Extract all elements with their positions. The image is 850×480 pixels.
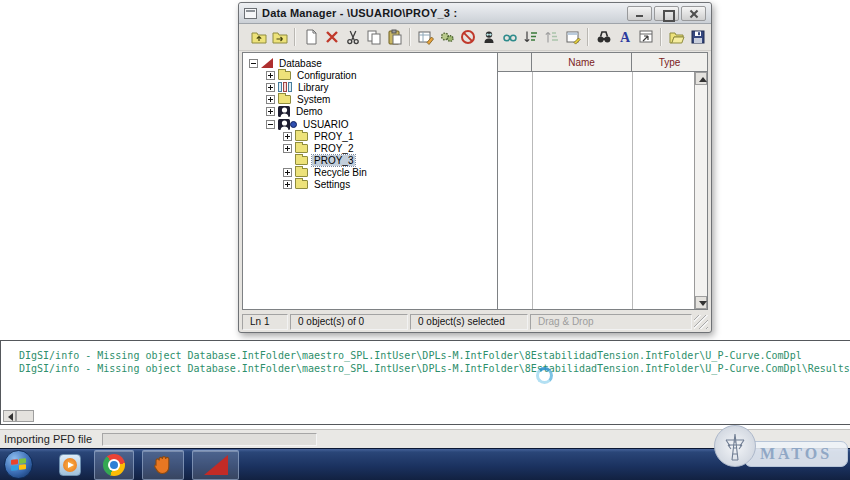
column-header-blank[interactable] [498,53,532,71]
tree-item-usuario[interactable]: USUARIO [243,118,497,130]
collapse-box-icon[interactable] [266,120,275,129]
active-user-icon [278,119,297,130]
titlebar[interactable]: Data Manager - \USUARIO\PROY_3 : [239,3,711,24]
resize-grip[interactable] [694,315,708,329]
tree-item-proy2[interactable]: PROY_2 [243,142,497,154]
folder-forward-icon[interactable] [269,27,290,48]
toolbar-separator [660,28,662,46]
grid-header: Name Type [498,53,707,72]
scroll-down-icon[interactable] [695,296,707,309]
font-icon[interactable]: A [614,27,635,48]
expand-box-icon[interactable] [266,95,275,104]
taskbar-item-hand-tool[interactable] [142,450,184,480]
tree-item-label: Database [277,58,324,69]
expand-box-icon[interactable] [283,180,292,189]
new-window-icon[interactable] [562,27,583,48]
tree-item-system[interactable]: System [243,94,497,106]
expand-box-icon[interactable] [283,168,292,177]
tree-item-proy3-selected[interactable]: PROY_3 [243,155,497,167]
tree-item-demo[interactable]: Demo [243,106,497,118]
find-binoculars-icon[interactable] [593,27,614,48]
close-button[interactable] [681,6,706,21]
tree-item-label: PROY_2 [312,143,355,154]
tree-item-label: Settings [312,179,352,190]
expand-box-icon[interactable] [266,83,275,92]
paste-icon[interactable] [384,27,405,48]
tree-item-label: PROY_1 [312,131,355,142]
edit-object-icon[interactable] [415,27,436,48]
powerfactory-icon [204,455,228,475]
folder-icon [278,95,291,104]
save-icon[interactable] [687,27,708,48]
maximize-button[interactable] [654,6,679,21]
tree-item-label: USUARIO [301,119,351,130]
expand-box-icon[interactable] [283,132,292,141]
database-icon [261,58,273,68]
drag-drop-status: Drag & Drop [530,314,692,330]
folder-icon [278,71,291,80]
media-player-icon [59,454,81,476]
column-divider [532,72,533,309]
tree-item-database[interactable]: Database [243,57,497,69]
import-status-text: Importing PFD file [0,433,92,445]
windows-logo-icon [11,458,26,471]
open-file-icon[interactable] [666,27,687,48]
tree-item-library[interactable]: Library [243,81,497,93]
line-indicator: Ln 1 [242,314,288,330]
screen: Data Manager - \USUARIO\PROY_3 : [0,0,850,480]
taskbar-item-chrome[interactable] [94,450,134,480]
busy-spinner-icon [536,367,553,384]
column-header-type[interactable]: Type [632,53,707,71]
window-controls [627,6,706,21]
console-message: DIgSI/info - Missing object Database.Int… [1,341,850,362]
folder-icon [295,180,308,189]
taskbar-item-powerfactory[interactable] [192,450,239,480]
folder-icon [295,156,308,165]
data-manager-body: Database Configuration Library [242,52,708,310]
sort-ascending-icon[interactable] [541,27,562,48]
chrome-icon [103,454,125,476]
library-icon [278,82,292,92]
cut-icon[interactable] [342,27,363,48]
scroll-up-icon[interactable] [695,72,707,85]
window-statusbar: Ln 1 0 object(s) of 0 0 object(s) select… [242,312,708,330]
minimize-button[interactable] [627,6,652,21]
scroll-left-icon[interactable] [3,410,16,422]
taskbar-item-media-player[interactable] [52,450,88,480]
tree-item-configuration[interactable]: Configuration [243,69,497,81]
calculate-gears-icon[interactable] [436,27,457,48]
horizontal-scrollbar[interactable] [3,410,34,422]
tree-item-recycle-bin[interactable]: Recycle Bin [243,167,497,179]
collapse-box-icon[interactable] [249,59,258,68]
user-icon [278,106,290,117]
view-filter-icon[interactable] [499,27,520,48]
output-console: DIgSI/info - Missing object Database.Int… [0,340,850,425]
console-message: DIgSI/info - Missing object Database.Int… [1,362,850,375]
sort-descending-icon[interactable] [520,27,541,48]
out-of-service-icon[interactable] [457,27,478,48]
tree-item-label: System [295,94,332,105]
svg-text:A: A [619,30,630,45]
data-manager-window: Data Manager - \USUARIO\PROY_3 : [238,2,712,333]
tree-item-proy1[interactable]: PROY_1 [243,130,497,142]
expand-box-icon[interactable] [283,144,292,153]
new-object-icon[interactable] [300,27,321,48]
copy-icon[interactable] [363,27,384,48]
expand-box-icon[interactable] [266,71,275,80]
delete-icon[interactable] [321,27,342,48]
toolbar-separator [587,28,589,46]
vertical-scrollbar[interactable] [694,72,707,309]
selected-count: 0 object(s) selected [410,314,528,330]
toolbar-separator [294,28,296,46]
column-header-name[interactable]: Name [532,53,632,71]
taskbar [0,448,850,480]
folder-up-icon[interactable] [248,27,269,48]
import-statusbar: Importing PFD file [0,429,850,448]
scrollbar-thumb[interactable] [16,410,34,422]
user-settings-icon[interactable] [478,27,499,48]
hand-icon [151,453,175,477]
detail-mode-icon[interactable] [635,27,656,48]
tree-item-settings[interactable]: Settings [243,179,497,191]
start-button[interactable] [4,450,33,479]
expand-box-icon[interactable] [266,107,275,116]
